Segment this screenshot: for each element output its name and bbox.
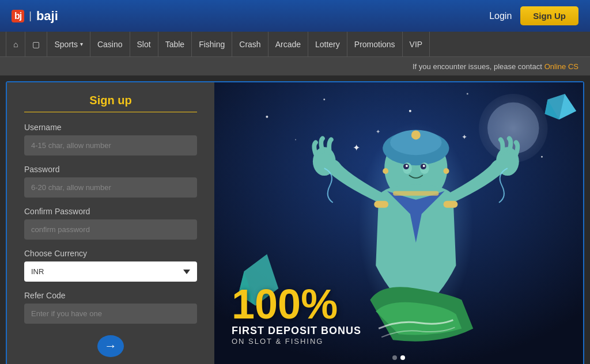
svg-point-8 [541, 156, 543, 158]
svg-point-7 [295, 139, 296, 140]
navigation: ⌂ ▢ Sports ▾ Casino Slot Table Fishing C… [0, 32, 590, 57]
svg-text:✦: ✦ [462, 133, 467, 141]
svg-point-2 [487, 103, 539, 154]
slot-label: Slot [137, 40, 151, 49]
svg-point-6 [467, 93, 468, 94]
currency-field-group: Choose Currency INR USD EUR BDT [24, 249, 197, 290]
mobile-icon: ▢ [32, 40, 40, 49]
banner-text: 100% FIRST DEPOSIT BONUS ON SLOT & FISHI… [232, 283, 361, 346]
currency-label: Choose Currency [24, 249, 197, 258]
svg-point-3 [266, 116, 268, 118]
main-content: Sign up Username Password Confirm Passwo… [6, 81, 584, 364]
promotions-label: Promotions [354, 40, 395, 49]
banner-panel: ✦ ✦ ✦ 100% FIRST DEPOSIT BONUS ON SLOT &… [214, 82, 583, 364]
nav-item-fishing[interactable]: Fishing [192, 32, 232, 56]
carousel-dots [392, 355, 405, 360]
signup-divider [24, 112, 197, 112]
username-input[interactable] [24, 135, 197, 156]
svg-point-24 [423, 165, 425, 167]
svg-rect-31 [444, 201, 458, 208]
nav-item-slot[interactable]: Slot [130, 32, 158, 56]
submit-arrow-icon: → [104, 339, 117, 354]
refer-code-input[interactable] [24, 304, 197, 324]
bonus-line2: ON SLOT & FISHING [232, 337, 361, 346]
username-field-group: Username [24, 123, 197, 164]
nav-item-home[interactable]: ⌂ [6, 32, 25, 56]
logo: bj | baji [12, 9, 58, 24]
signup-button[interactable]: Sign Up [520, 6, 578, 25]
bonus-percent: 100% [232, 283, 361, 325]
bonus-line1: FIRST DEPOSIT BONUS [232, 325, 361, 337]
carousel-dot-active[interactable] [400, 355, 405, 360]
nav-item-casino[interactable]: Casino [90, 32, 130, 56]
login-button[interactable]: Login [489, 11, 512, 21]
online-cs-link[interactable]: Online CS [544, 62, 578, 71]
confirm-password-input[interactable] [24, 219, 197, 240]
svg-point-23 [406, 165, 408, 167]
refer-code-label: Refer Code [24, 291, 197, 300]
password-label: Password [24, 165, 197, 174]
confirm-password-field-group: Confirm Password [24, 207, 197, 248]
svg-point-25 [383, 168, 388, 174]
svg-rect-29 [374, 201, 388, 208]
svg-point-5 [409, 110, 411, 112]
svg-text:✦: ✦ [353, 143, 360, 153]
home-icon: ⌂ [13, 40, 18, 49]
logo-text: baji [36, 9, 58, 24]
arcade-label: Arcade [275, 40, 301, 49]
refer-code-field-group: Refer Code [24, 291, 197, 332]
signup-title: Sign up [24, 94, 197, 107]
nav-item-lottery[interactable]: Lottery [308, 32, 347, 56]
logo-separator: | [29, 10, 32, 22]
nav-item-arcade[interactable]: Arcade [268, 32, 308, 56]
fishing-label: Fishing [199, 40, 225, 49]
svg-point-26 [444, 168, 449, 174]
lottery-label: Lottery [315, 40, 340, 49]
svg-point-4 [323, 98, 325, 100]
signup-panel: Sign up Username Password Confirm Passwo… [7, 82, 214, 364]
vip-label: VIP [410, 40, 423, 49]
casino-label: Casino [97, 40, 123, 49]
svg-point-18 [411, 130, 421, 139]
password-input[interactable] [24, 177, 197, 198]
nav-item-mobile[interactable]: ▢ [25, 32, 47, 56]
password-field-group: Password [24, 165, 197, 206]
logo-icon: bj [12, 10, 24, 22]
carousel-dot[interactable] [392, 355, 397, 360]
notice-text: If you encounter issues, please contact [413, 62, 542, 71]
username-label: Username [24, 123, 197, 132]
crash-label: Crash [239, 40, 260, 49]
nav-item-table[interactable]: Table [158, 32, 192, 56]
notice-bar: If you encounter issues, please contact … [0, 57, 590, 75]
header-right: Login Sign Up [489, 6, 578, 25]
submit-button[interactable]: → [97, 335, 124, 357]
nav-item-crash[interactable]: Crash [232, 32, 268, 56]
nav-item-vip[interactable]: VIP [403, 32, 430, 56]
svg-rect-27 [393, 191, 439, 196]
sports-label: Sports [54, 40, 77, 49]
svg-text:✦: ✦ [376, 128, 380, 135]
confirm-password-label: Confirm Password [24, 207, 197, 216]
nav-item-promotions[interactable]: Promotions [347, 32, 403, 56]
table-label: Table [165, 40, 184, 49]
nav-item-sports[interactable]: Sports ▾ [47, 32, 90, 56]
currency-select[interactable]: INR USD EUR BDT [24, 261, 197, 282]
header: bj | baji Login Sign Up [0, 0, 590, 32]
sports-dropdown-icon: ▾ [80, 41, 83, 47]
